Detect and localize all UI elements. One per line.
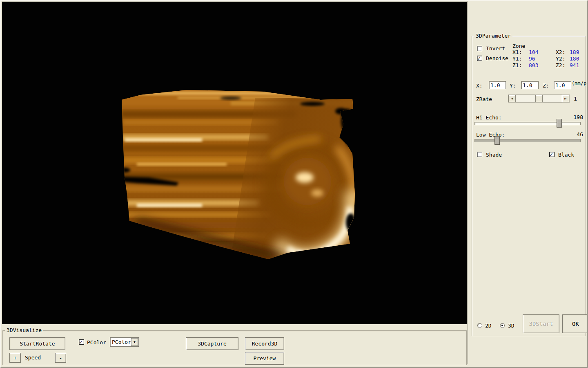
- zone-z1-label: Z1:: [512, 62, 522, 68]
- hi-echo-value: 198: [570, 114, 583, 120]
- shade-checkbox[interactable]: [477, 152, 482, 157]
- speed-plus-button[interactable]: +: [9, 353, 21, 363]
- denoise-checkbox[interactable]: [477, 56, 482, 61]
- scale-y-label: Y:: [510, 83, 516, 89]
- low-echo-value: 46: [570, 131, 583, 137]
- zrate-left-arrow-icon[interactable]: ◄: [508, 95, 516, 102]
- zone-x2-value: 189: [570, 49, 579, 55]
- group-3dparameter: 3DParameter Invert Denoise Zone X1: 104 …: [472, 36, 586, 336]
- shade-label: Shade: [486, 152, 502, 158]
- mode-3d-label: 3D: [508, 323, 514, 329]
- zone-title: Zone: [512, 43, 525, 49]
- zrate-scrollbar[interactable]: ◄ ►: [508, 94, 570, 103]
- pcolor-checkbox[interactable]: [79, 339, 84, 345]
- 3dstart-button[interactable]: 3DStart: [523, 314, 559, 333]
- zone-y2-label: Y2:: [556, 56, 565, 62]
- parameter-panel: 3DParameter Invert Denoise Zone X1: 104 …: [468, 1, 587, 364]
- low-echo-slider-track[interactable]: [474, 139, 581, 142]
- zone-x2-label: X2:: [556, 49, 565, 55]
- scale-x-field[interactable]: [489, 81, 506, 89]
- scale-x-label: X:: [476, 83, 483, 89]
- pcolor-dropdown-arrow-icon[interactable]: ▼: [131, 338, 138, 346]
- low-echo-label: Low Echo:: [476, 132, 505, 138]
- group-3dvisualize-title: 3DVisualize: [5, 327, 43, 334]
- low-echo-slider-thumb[interactable]: [494, 136, 500, 145]
- mode-2d-label: 2D: [485, 323, 492, 329]
- speed-minus-button[interactable]: -: [55, 353, 66, 363]
- zrate-scrollbar-thumb[interactable]: [535, 95, 543, 102]
- 3dcapture-button[interactable]: 3DCapture: [186, 337, 238, 350]
- application-window: 3DParameter Invert Denoise Zone X1: 104 …: [0, 0, 588, 368]
- scale-z-field[interactable]: [554, 81, 571, 89]
- volume-render-3d: [2, 2, 467, 324]
- hi-echo-slider-thumb[interactable]: [557, 119, 562, 128]
- preview-button[interactable]: Preview: [245, 352, 284, 365]
- start-rotate-button[interactable]: StartRotate: [9, 337, 65, 350]
- speed-label: Speed: [25, 355, 41, 361]
- pcolor-checkbox-label: PColor: [87, 339, 106, 346]
- scale-z-label: Z:: [543, 83, 549, 89]
- group-3dparameter-title: 3DParameter: [474, 33, 512, 39]
- record3d-button[interactable]: Record3D: [245, 337, 284, 350]
- black-label: Black: [558, 152, 574, 158]
- mode-2d-radio[interactable]: [477, 323, 482, 328]
- scale-unit-label: (mm/p): [572, 81, 588, 87]
- black-checkbox[interactable]: [549, 152, 555, 157]
- zone-z1-value: 803: [529, 62, 538, 68]
- hi-echo-slider-track[interactable]: [474, 122, 581, 125]
- pcolor-dropdown[interactable]: PColor ▼: [110, 337, 139, 347]
- render-viewport[interactable]: [2, 2, 467, 324]
- group-3dvisualize: 3DVisualize StartRotate + Speed - PColor…: [2, 330, 467, 365]
- mode-3d-radio[interactable]: [500, 323, 505, 328]
- zrate-label: ZRate: [476, 96, 492, 102]
- zone-z2-label: Z2:: [556, 62, 565, 68]
- zone-y1-value: 96: [529, 56, 535, 62]
- denoise-label: Denoise: [486, 55, 508, 61]
- zone-z2-value: 941: [570, 62, 579, 68]
- zone-y2-value: 180: [570, 56, 579, 62]
- ok-button[interactable]: OK: [562, 314, 588, 333]
- zrate-right-arrow-icon[interactable]: ►: [562, 95, 569, 102]
- invert-checkbox[interactable]: [477, 46, 482, 51]
- pcolor-dropdown-value: PColor: [112, 339, 131, 346]
- invert-label: Invert: [486, 45, 505, 52]
- zone-x1-value: 104: [529, 49, 538, 55]
- zone-y1-label: Y1:: [512, 56, 522, 62]
- zrate-value: 1: [574, 96, 577, 102]
- zone-x1-label: X1:: [512, 49, 522, 55]
- scale-y-field[interactable]: [521, 81, 539, 89]
- hi-echo-label: Hi Echo:: [476, 114, 502, 121]
